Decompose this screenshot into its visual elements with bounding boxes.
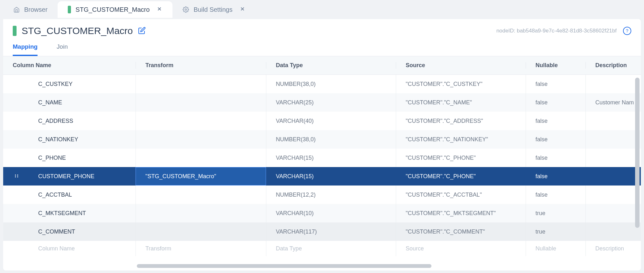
td-description xyxy=(585,204,641,222)
header-row: STG_CUSTOMER_Macro nodeID: bab548a9-9e7c… xyxy=(3,19,641,39)
td-source: "CUSTOMER"."C_MKTSEGMENT" xyxy=(396,204,526,222)
td-description xyxy=(585,112,641,130)
tab-stg-customer-macro[interactable]: STG_CUSTOMER_Macro xyxy=(58,1,172,18)
td-nullable: false xyxy=(526,75,585,93)
td-nullable: false xyxy=(526,167,585,186)
svg-point-6 xyxy=(15,175,16,176)
td-description xyxy=(585,149,641,167)
th-data-type[interactable]: Data Type xyxy=(266,62,396,69)
td-data-type: VARCHAR(10) xyxy=(266,204,396,222)
svg-point-8 xyxy=(17,174,18,175)
table-row[interactable]: C_ACCTBAL NUMBER(12,2) "CUSTOMER"."C_ACC… xyxy=(3,186,641,204)
svg-point-2 xyxy=(185,9,187,10)
node-id: nodeID: bab548a9-9e7c-4e82-81d8-3c58602f… xyxy=(496,28,617,34)
table-row[interactable]: C_NAME VARCHAR(25) "CUSTOMER"."C_NAME" f… xyxy=(3,93,641,112)
td-data-type: VARCHAR(15) xyxy=(266,167,396,186)
close-icon[interactable] xyxy=(157,6,162,13)
td-column-name: C_NAME xyxy=(3,93,136,112)
tabs-bar: Browser STG_CUSTOMER_Macro Build Setting… xyxy=(0,0,644,19)
home-icon xyxy=(13,6,20,13)
horizontal-scrollbar[interactable] xyxy=(137,264,628,268)
th-transform[interactable]: Transform xyxy=(136,62,266,69)
placeholder-transform: Transform xyxy=(136,241,266,256)
td-column-name: C_COMMENT xyxy=(3,222,136,241)
td-description xyxy=(585,130,641,149)
td-transform[interactable] xyxy=(136,149,266,167)
tab-build-settings[interactable]: Build Settings xyxy=(172,2,255,18)
tab-label: Build Settings xyxy=(193,6,232,13)
tab-label: STG_CUSTOMER_Macro xyxy=(75,6,150,13)
td-transform[interactable]: "STG_CUSTOMER_Macro" xyxy=(136,167,266,186)
td-transform[interactable] xyxy=(136,93,266,112)
table-row[interactable]: C_PHONE VARCHAR(15) "CUSTOMER"."C_PHONE"… xyxy=(3,149,641,167)
td-column-name: CUSTOMER_PHONE xyxy=(3,167,136,186)
placeholder-description: Description xyxy=(585,241,641,256)
table-row[interactable]: CUSTOMER_PHONE "STG_CUSTOMER_Macro" VARC… xyxy=(3,167,641,186)
table-row[interactable]: C_CUSTKEY NUMBER(38,0) "CUSTOMER"."C_CUS… xyxy=(3,75,641,93)
td-transform[interactable] xyxy=(136,186,266,204)
table-row[interactable]: C_MKTSEGMENT VARCHAR(10) "CUSTOMER"."C_M… xyxy=(3,204,641,222)
placeholder-nullable: Nullable xyxy=(526,241,585,256)
td-source: "CUSTOMER"."C_ADDRESS" xyxy=(396,112,526,130)
td-description xyxy=(585,222,641,241)
td-data-type: NUMBER(38,0) xyxy=(266,130,396,149)
td-nullable: false xyxy=(526,130,585,149)
td-column-name: C_NATIONKEY xyxy=(3,130,136,149)
help-icon[interactable]: ? xyxy=(623,27,631,35)
td-source: "CUSTOMER"."C_CUSTKEY" xyxy=(396,75,526,93)
td-source: "CUSTOMER"."C_COMMENT" xyxy=(396,222,526,241)
td-transform[interactable] xyxy=(136,75,266,93)
sub-tab-mapping[interactable]: Mapping xyxy=(13,43,38,56)
td-data-type: NUMBER(38,0) xyxy=(266,75,396,93)
td-source: "CUSTOMER"."C_PHONE" xyxy=(396,149,526,167)
sub-tab-join[interactable]: Join xyxy=(57,43,68,56)
th-description[interactable]: Description xyxy=(585,62,641,69)
page-title: STG_CUSTOMER_Macro xyxy=(22,25,133,36)
th-column-name[interactable]: Column Name xyxy=(3,62,136,69)
td-transform[interactable] xyxy=(136,204,266,222)
td-source: "CUSTOMER"."C_NATIONKEY" xyxy=(396,130,526,149)
table-row[interactable]: C_ADDRESS VARCHAR(40) "CUSTOMER"."C_ADDR… xyxy=(3,112,641,130)
green-indicator-icon xyxy=(68,6,71,13)
td-data-type: VARCHAR(40) xyxy=(266,112,396,130)
table-row[interactable]: C_COMMENT VARCHAR(117) "CUSTOMER"."C_COM… xyxy=(3,222,641,241)
table-row[interactable]: C_NATIONKEY NUMBER(38,0) "CUSTOMER"."C_N… xyxy=(3,130,641,149)
td-data-type: VARCHAR(117) xyxy=(266,222,396,241)
th-nullable[interactable]: Nullable xyxy=(526,62,585,69)
td-nullable: false xyxy=(526,149,585,167)
td-nullable: false xyxy=(526,93,585,112)
svg-point-7 xyxy=(15,177,16,178)
td-description xyxy=(585,167,641,186)
tab-browser[interactable]: Browser xyxy=(3,2,58,18)
vertical-scrollbar[interactable] xyxy=(635,78,640,228)
svg-point-10 xyxy=(17,177,18,178)
table-header: Column Name Transform Data Type Source N… xyxy=(3,56,641,75)
edit-icon[interactable] xyxy=(138,27,146,35)
close-icon[interactable] xyxy=(240,6,245,13)
td-column-name: C_ADDRESS xyxy=(3,112,136,130)
placeholder-row[interactable]: Column Name Transform Data Type Source N… xyxy=(3,241,641,256)
sub-tabs: Mapping Join xyxy=(3,39,641,56)
td-nullable: true xyxy=(526,204,585,222)
gear-icon xyxy=(183,6,189,13)
tab-label: Browser xyxy=(24,6,47,13)
td-description xyxy=(585,186,641,204)
drag-handle-icon[interactable] xyxy=(14,173,19,180)
td-transform[interactable] xyxy=(136,130,266,149)
td-source: "CUSTOMER"."C_PHONE" xyxy=(396,167,526,186)
td-description: Customer Nam xyxy=(585,93,641,112)
svg-point-5 xyxy=(15,174,16,175)
svg-point-9 xyxy=(17,175,18,176)
td-column-name: C_PHONE xyxy=(3,149,136,167)
placeholder-data-type: Data Type xyxy=(266,241,396,256)
td-transform[interactable] xyxy=(136,112,266,130)
placeholder-column-name: Column Name xyxy=(3,241,136,256)
td-column-name: C_CUSTKEY xyxy=(3,75,136,93)
th-source[interactable]: Source xyxy=(396,62,526,69)
td-description xyxy=(585,75,641,93)
td-source: "CUSTOMER"."C_ACCTBAL" xyxy=(396,186,526,204)
td-nullable: false xyxy=(526,112,585,130)
table-wrapper: Column Name Transform Data Type Source N… xyxy=(3,56,641,270)
td-source: "CUSTOMER"."C_NAME" xyxy=(396,93,526,112)
td-transform[interactable] xyxy=(136,222,266,241)
